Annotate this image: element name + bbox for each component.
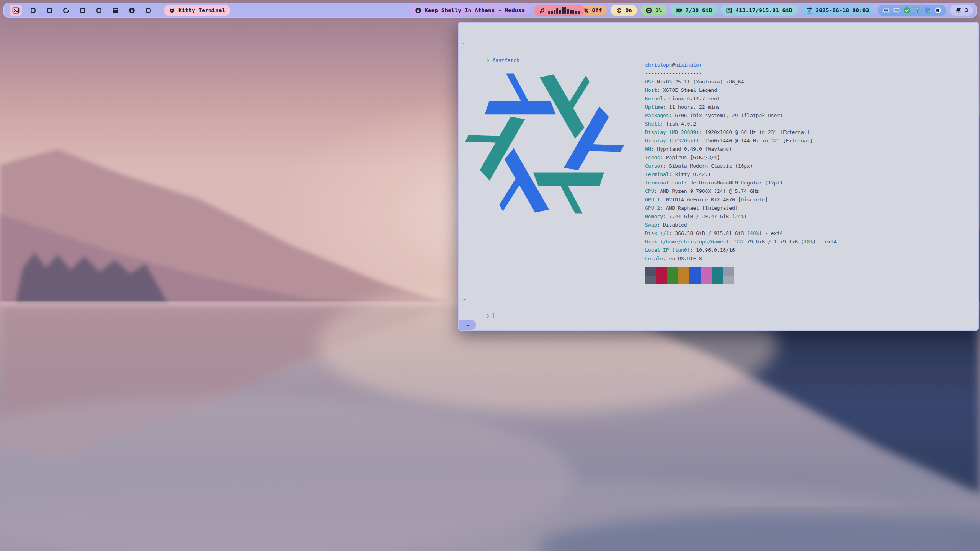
cpu-value: 1%: [655, 7, 662, 13]
workspace-3-square-icon[interactable]: [44, 5, 55, 16]
key-icon[interactable]: [914, 7, 921, 14]
palette-swatch: [678, 276, 689, 284]
palette-swatch: [712, 267, 723, 276]
cpu-pill[interactable]: 1%: [641, 5, 667, 16]
terminal-color-palette: [645, 267, 734, 284]
cat-icon: [169, 7, 175, 14]
fastfetch-line: christoph@nixinator: [645, 61, 837, 69]
desktop: Kitty Terminal Keep Shelly In Athens - M…: [0, 0, 980, 551]
prompt-previous: ~ ❯ fastfetch: [462, 39, 519, 56]
memory-pill[interactable]: 7/30 GiB: [671, 5, 717, 16]
fastfetch-line: CPU: AMD Ryzen 9 7900X (24) @ 5.74 GHz: [645, 187, 837, 196]
ram-icon: [676, 7, 682, 14]
palette-swatch: [689, 276, 701, 284]
palette-swatch: [712, 276, 723, 284]
check-circle-icon[interactable]: [903, 7, 910, 14]
fastfetch-line: Disk (/): 366.58 GiB / 915.81 GiB (40%) …: [645, 229, 837, 238]
disk-pill[interactable]: 413.17/915.81 GiB: [721, 5, 797, 16]
vpn-shield-icon[interactable]: [924, 7, 931, 14]
workspace-6-square-icon[interactable]: [93, 5, 104, 16]
palette-swatch: [656, 276, 667, 284]
palette-swatch: [723, 276, 734, 284]
fastfetch-line: Local IP (tun0): 10.96.0.16/16: [645, 246, 837, 254]
fastfetch-line: Cursor: Bibata-Modern-Classic (16px): [645, 162, 837, 170]
palette-row-normal: [645, 267, 734, 276]
fastfetch-line: OS: NixOS 25.11 (Xantusia) x86_64: [645, 78, 837, 86]
audio-visualizer-pill[interactable]: [534, 5, 585, 16]
prompt-char: ❯: [487, 313, 490, 319]
window-title-pill[interactable]: Kitty Terminal: [164, 5, 230, 16]
bar-left: Kitty Terminal: [10, 5, 230, 16]
cpu-icon: [646, 7, 652, 14]
bar-right: 85%OffOn1%7/30 GiB413.17/915.81 GiB2025-…: [544, 5, 973, 16]
fastfetch-line: Uptime: 11 hours, 22 mins: [645, 103, 837, 111]
notifications-pill[interactable]: 3: [950, 5, 973, 16]
fastfetch-line: Disk (/home/christoph/Games): 332.79 GiB…: [645, 238, 837, 246]
music-note-icon: [539, 7, 545, 14]
nixos-logo: [462, 59, 628, 227]
workspace-5-square-icon[interactable]: [77, 5, 88, 16]
workspace-9-square-icon[interactable]: [143, 5, 154, 16]
window-title-label: Kitty Terminal: [178, 7, 225, 13]
palette-swatch: [645, 276, 656, 284]
fastfetch-line: Memory: 7.44 GiB / 30.47 GiB (24%): [645, 212, 837, 221]
workspace-4-browser-icon[interactable]: [60, 5, 71, 16]
clock-value: 2025-06-18 00:03: [816, 7, 869, 13]
workspaces: [10, 5, 154, 16]
bluetooth-pill[interactable]: On: [611, 5, 637, 16]
fastfetch-line: Swap: Disabled: [645, 221, 837, 229]
prompt-path: ~: [462, 295, 494, 303]
kitty-terminal-window[interactable]: ~ ❯ fastfetch: [458, 22, 979, 331]
spotify-light-icon[interactable]: [934, 7, 941, 14]
palette-swatch: [656, 267, 667, 276]
keyboard-icon[interactable]: [883, 7, 890, 14]
fastfetch-line: Packages: 6706 (nix-system), 29 (flatpak…: [645, 111, 837, 120]
palette-swatch: [678, 267, 689, 276]
palette-swatch: [701, 276, 712, 284]
bar-center: Keep Shelly In Athens - Medusa: [410, 3, 585, 18]
fastfetch-line: WM: Hyprland 0.49.0 (Wayland): [645, 145, 837, 153]
audio-visualizer-bars: [548, 7, 580, 14]
fastfetch-line: Host: X670E Steel Legend: [645, 86, 837, 95]
fastfetch-line: Locale: en_US.UTF-8: [645, 254, 837, 263]
fastfetch-line: GPU 2: AMD Raphael [Integrated]: [645, 204, 837, 212]
fastfetch-line: Icons: Papirus [GTK2/3/4]: [645, 153, 837, 162]
workspace-1-terminal-icon[interactable]: [10, 5, 22, 16]
media-player-pill[interactable]: Keep Shelly In Athens - Medusa: [410, 5, 530, 16]
workspace-7-window-icon[interactable]: [110, 5, 121, 16]
palette-swatch: [645, 267, 656, 276]
tab-active[interactable]: ~: [459, 320, 476, 330]
clock-pill[interactable]: 2025-06-18 00:03: [801, 5, 874, 16]
palette-swatch: [723, 267, 734, 276]
status-bar: Kitty Terminal Keep Shelly In Athens - M…: [3, 3, 977, 18]
bell-icon: [955, 7, 962, 14]
screen-share-icon[interactable]: [893, 7, 900, 14]
spotify-icon: [415, 7, 421, 14]
wifi-value: Off: [592, 7, 602, 13]
fastfetch-line: Shell: fish 4.0.2: [645, 120, 837, 128]
palette-swatch: [667, 276, 678, 284]
workspace-8-spotify-icon[interactable]: [126, 5, 137, 16]
calendar-icon: [806, 7, 813, 14]
fastfetch-line: Terminal Font: JetBrainsMonoNFM-Regular …: [645, 179, 837, 187]
now-playing-label: Keep Shelly In Athens - Medusa: [425, 7, 525, 13]
tray-icons: [883, 7, 941, 14]
palette-swatch: [689, 267, 701, 276]
fastfetch-line: Kernel: Linux 6.14.7-zen1: [645, 95, 837, 103]
tab-title: ~: [466, 322, 469, 328]
prompt-current: ~ ❯: [462, 295, 494, 312]
palette-swatch: [701, 267, 712, 276]
status-pills: 85%OffOn1%7/30 GiB413.17/915.81 GiB2025-…: [544, 5, 874, 16]
hdd-icon: [726, 7, 732, 14]
fastfetch-line: -------------------: [645, 69, 837, 78]
disk-value: 413.17/915.81 GiB: [735, 7, 792, 13]
tab-bar: ~: [459, 320, 978, 330]
palette-swatch: [667, 267, 678, 276]
fastfetch-line: GPU 1: NVIDIA GeForce RTX 4070 [Discrete…: [645, 196, 837, 204]
fastfetch-line: Terminal: kitty 0.42.1: [645, 170, 837, 179]
fastfetch-output: christoph@nixinator-------------------OS…: [645, 61, 837, 263]
memory-value: 7/30 GiB: [685, 7, 712, 13]
fastfetch-line: Display (MD 20889): 1920x1080 @ 60 Hz in…: [645, 128, 837, 137]
workspace-2-square-icon[interactable]: [28, 5, 38, 16]
text-cursor: [493, 313, 494, 318]
